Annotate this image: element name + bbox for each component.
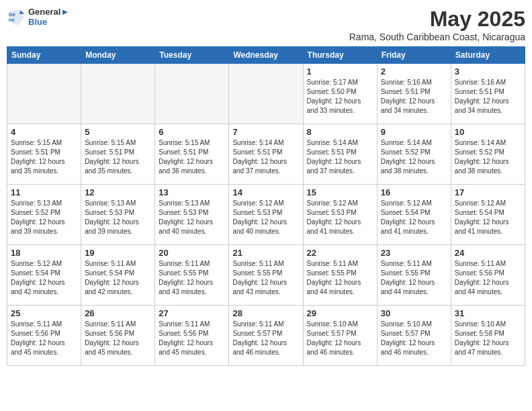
logo: Ge ne General► Blue	[7, 7, 69, 27]
week-row-1: 1Sunrise: 5:17 AM Sunset: 5:50 PM Daylig…	[7, 64, 525, 124]
day-info: Sunrise: 5:15 AM Sunset: 5:51 PM Dayligh…	[85, 138, 151, 176]
day-number: 30	[381, 308, 447, 318]
weekday-header-wednesday: Wednesday	[229, 47, 303, 64]
weekday-header-saturday: Saturday	[451, 47, 525, 64]
calendar-cell	[7, 64, 81, 124]
day-number: 17	[455, 187, 521, 197]
day-number: 20	[159, 248, 225, 258]
day-info: Sunrise: 5:12 AM Sunset: 5:53 PM Dayligh…	[232, 199, 299, 236]
day-info: Sunrise: 5:16 AM Sunset: 5:51 PM Dayligh…	[381, 78, 447, 116]
svg-text:ne: ne	[9, 17, 15, 23]
day-number: 10	[455, 127, 521, 137]
day-info: Sunrise: 5:14 AM Sunset: 5:51 PM Dayligh…	[307, 138, 373, 176]
calendar-cell: 6Sunrise: 5:15 AM Sunset: 5:51 PM Daylig…	[155, 124, 229, 185]
calendar-cell: 7Sunrise: 5:14 AM Sunset: 5:51 PM Daylig…	[229, 124, 303, 185]
day-info: Sunrise: 5:11 AM Sunset: 5:55 PM Dayligh…	[159, 259, 225, 297]
day-info: Sunrise: 5:10 AM Sunset: 5:58 PM Dayligh…	[455, 320, 521, 357]
day-info: Sunrise: 5:11 AM Sunset: 5:56 PM Dayligh…	[85, 320, 151, 357]
logo-text: General► Blue	[28, 7, 69, 27]
day-number: 21	[232, 248, 299, 258]
day-number: 2	[381, 66, 447, 77]
calendar-table: SundayMondayTuesdayWednesdayThursdayFrid…	[7, 46, 525, 366]
day-number: 6	[159, 127, 225, 137]
day-info: Sunrise: 5:12 AM Sunset: 5:53 PM Dayligh…	[307, 199, 373, 236]
day-number: 11	[11, 187, 77, 197]
day-info: Sunrise: 5:13 AM Sunset: 5:53 PM Dayligh…	[85, 199, 151, 236]
month-title: May 2025	[349, 7, 525, 32]
location: Rama, South Caribbean Coast, Nicaragua	[349, 32, 525, 42]
day-info: Sunrise: 5:11 AM Sunset: 5:56 PM Dayligh…	[455, 259, 521, 297]
day-info: Sunrise: 5:14 AM Sunset: 5:51 PM Dayligh…	[232, 138, 299, 176]
day-info: Sunrise: 5:11 AM Sunset: 5:55 PM Dayligh…	[232, 259, 299, 297]
day-number: 26	[85, 308, 151, 318]
calendar-cell: 8Sunrise: 5:14 AM Sunset: 5:51 PM Daylig…	[303, 124, 377, 185]
calendar-cell: 30Sunrise: 5:10 AM Sunset: 5:57 PM Dayli…	[377, 306, 451, 366]
day-number: 31	[455, 308, 521, 318]
day-info: Sunrise: 5:10 AM Sunset: 5:57 PM Dayligh…	[381, 320, 447, 357]
day-info: Sunrise: 5:14 AM Sunset: 5:52 PM Dayligh…	[455, 138, 521, 176]
day-number: 1	[307, 66, 373, 77]
calendar-cell	[229, 64, 303, 124]
week-row-2: 4Sunrise: 5:15 AM Sunset: 5:51 PM Daylig…	[7, 124, 525, 185]
day-info: Sunrise: 5:12 AM Sunset: 5:54 PM Dayligh…	[381, 199, 447, 236]
day-info: Sunrise: 5:12 AM Sunset: 5:54 PM Dayligh…	[455, 199, 521, 236]
calendar-cell	[81, 64, 155, 124]
calendar-cell: 31Sunrise: 5:10 AM Sunset: 5:58 PM Dayli…	[451, 306, 525, 366]
calendar-cell: 29Sunrise: 5:10 AM Sunset: 5:57 PM Dayli…	[303, 306, 377, 366]
day-number: 7	[232, 127, 299, 137]
calendar-cell: 9Sunrise: 5:14 AM Sunset: 5:52 PM Daylig…	[377, 124, 451, 185]
day-number: 12	[85, 187, 151, 197]
day-info: Sunrise: 5:11 AM Sunset: 5:55 PM Dayligh…	[381, 259, 447, 297]
calendar-cell: 1Sunrise: 5:17 AM Sunset: 5:50 PM Daylig…	[303, 64, 377, 124]
calendar-cell: 18Sunrise: 5:12 AM Sunset: 5:54 PM Dayli…	[7, 245, 81, 306]
day-info: Sunrise: 5:11 AM Sunset: 5:56 PM Dayligh…	[11, 320, 77, 357]
calendar-cell: 25Sunrise: 5:11 AM Sunset: 5:56 PM Dayli…	[7, 306, 81, 366]
calendar-cell: 23Sunrise: 5:11 AM Sunset: 5:55 PM Dayli…	[377, 245, 451, 306]
week-row-3: 11Sunrise: 5:13 AM Sunset: 5:52 PM Dayli…	[7, 185, 525, 245]
day-info: Sunrise: 5:14 AM Sunset: 5:52 PM Dayligh…	[381, 138, 447, 176]
day-number: 23	[381, 248, 447, 258]
calendar-cell: 16Sunrise: 5:12 AM Sunset: 5:54 PM Dayli…	[377, 185, 451, 245]
day-info: Sunrise: 5:13 AM Sunset: 5:53 PM Dayligh…	[159, 199, 225, 236]
day-number: 24	[455, 248, 521, 258]
calendar-cell: 5Sunrise: 5:15 AM Sunset: 5:51 PM Daylig…	[81, 124, 155, 185]
weekday-header-friday: Friday	[377, 47, 451, 64]
calendar-cell: 21Sunrise: 5:11 AM Sunset: 5:55 PM Dayli…	[229, 245, 303, 306]
day-number: 5	[85, 127, 151, 137]
weekday-header-sunday: Sunday	[7, 47, 81, 64]
weekday-header-tuesday: Tuesday	[155, 47, 229, 64]
day-info: Sunrise: 5:12 AM Sunset: 5:54 PM Dayligh…	[11, 259, 77, 297]
day-info: Sunrise: 5:11 AM Sunset: 5:54 PM Dayligh…	[85, 259, 151, 297]
day-number: 4	[11, 127, 77, 137]
calendar-cell: 2Sunrise: 5:16 AM Sunset: 5:51 PM Daylig…	[377, 64, 451, 124]
calendar-cell	[155, 64, 229, 124]
week-row-5: 25Sunrise: 5:11 AM Sunset: 5:56 PM Dayli…	[7, 306, 525, 366]
day-number: 16	[381, 187, 447, 197]
day-number: 8	[307, 127, 373, 137]
calendar-cell: 17Sunrise: 5:12 AM Sunset: 5:54 PM Dayli…	[451, 185, 525, 245]
day-info: Sunrise: 5:15 AM Sunset: 5:51 PM Dayligh…	[11, 138, 77, 176]
day-number: 13	[159, 187, 225, 197]
day-number: 3	[455, 66, 521, 77]
calendar-cell: 4Sunrise: 5:15 AM Sunset: 5:51 PM Daylig…	[7, 124, 81, 185]
day-info: Sunrise: 5:11 AM Sunset: 5:56 PM Dayligh…	[159, 320, 225, 357]
day-number: 25	[11, 308, 77, 318]
calendar-cell: 12Sunrise: 5:13 AM Sunset: 5:53 PM Dayli…	[81, 185, 155, 245]
calendar-cell: 3Sunrise: 5:16 AM Sunset: 5:51 PM Daylig…	[451, 64, 525, 124]
calendar-cell: 15Sunrise: 5:12 AM Sunset: 5:53 PM Dayli…	[303, 185, 377, 245]
weekday-header-thursday: Thursday	[303, 47, 377, 64]
page-header: Ge ne General► Blue May 2025 Rama, South…	[7, 7, 525, 42]
day-number: 29	[307, 308, 373, 318]
weekday-header-monday: Monday	[81, 47, 155, 64]
calendar-cell: 20Sunrise: 5:11 AM Sunset: 5:55 PM Dayli…	[155, 245, 229, 306]
svg-text:Ge: Ge	[9, 11, 16, 17]
day-info: Sunrise: 5:13 AM Sunset: 5:52 PM Dayligh…	[11, 199, 77, 236]
logo-icon: Ge ne	[7, 7, 26, 26]
day-number: 18	[11, 248, 77, 258]
calendar-cell: 14Sunrise: 5:12 AM Sunset: 5:53 PM Dayli…	[229, 185, 303, 245]
day-number: 27	[159, 308, 225, 318]
title-block: May 2025 Rama, South Caribbean Coast, Ni…	[349, 7, 525, 42]
calendar-cell: 26Sunrise: 5:11 AM Sunset: 5:56 PM Dayli…	[81, 306, 155, 366]
day-info: Sunrise: 5:11 AM Sunset: 5:57 PM Dayligh…	[232, 320, 299, 357]
calendar-cell: 11Sunrise: 5:13 AM Sunset: 5:52 PM Dayli…	[7, 185, 81, 245]
